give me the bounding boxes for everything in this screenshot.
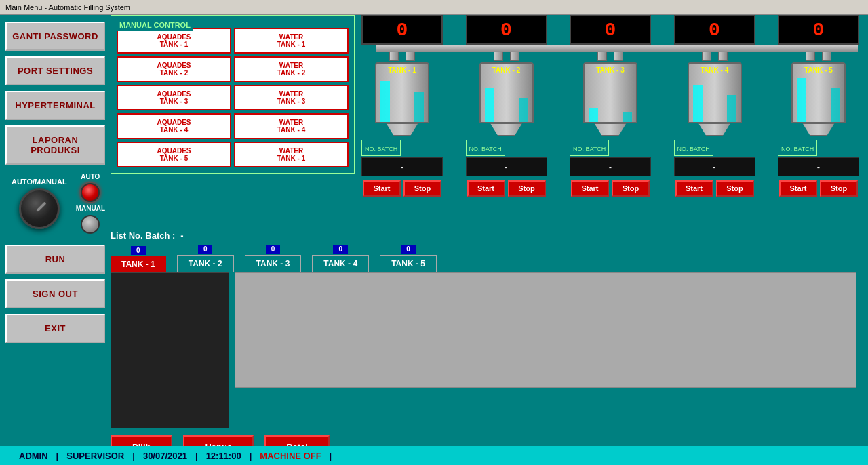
run-button[interactable]: RUN xyxy=(5,245,105,274)
tank5-stop-button[interactable]: Stop xyxy=(820,180,858,197)
manual-label: MANUAL xyxy=(76,205,105,212)
sidebar: GANTI PASSWORD PORT SETTINGS HYPERTERMIN… xyxy=(0,15,111,465)
manual-control-title: MANUAL CONTROL xyxy=(119,21,191,29)
tank3-column: 0 TANK - 3 NO. BATCH xyxy=(564,15,656,197)
manual-indicator xyxy=(81,215,100,234)
auto-mode-box: AUTO MANUAL xyxy=(76,173,105,234)
water-tank4-btn[interactable]: WATERTANK - 4 xyxy=(234,113,349,139)
aquades-tank4-btn[interactable]: AQUADESTANK - 4 xyxy=(117,113,231,139)
water-tank2-btn[interactable]: WATERTANK - 2 xyxy=(234,56,349,82)
tank2-batch-input: - xyxy=(466,157,547,176)
tank5-tab[interactable]: 0 TANK - 5 xyxy=(380,245,437,272)
aquades-tank2-btn[interactable]: AQUADESTANK - 2 xyxy=(117,56,231,82)
tank1-start-button[interactable]: Start xyxy=(363,180,401,197)
tank3-tab-label[interactable]: TANK - 3 xyxy=(245,255,302,272)
tank2-stop-button[interactable]: Stop xyxy=(508,180,546,197)
water-tank1-btn[interactable]: WATERTANK - 1 xyxy=(234,28,349,54)
tank2-display: 0 xyxy=(466,15,547,45)
tank2-tab-label[interactable]: TANK - 2 xyxy=(177,255,234,272)
aquades-tank3-btn[interactable]: AQUADESTANK - 3 xyxy=(117,85,231,110)
tank4-tab-label[interactable]: TANK - 4 xyxy=(312,255,369,272)
aquades-tank5-btn[interactable]: AQUADESTANK - 5 xyxy=(117,142,231,167)
tank4-stop-button[interactable]: Stop xyxy=(716,180,754,197)
tank1-batch-input: - xyxy=(361,157,443,176)
water-tank5-btn[interactable]: WATERTANK - 1 xyxy=(234,142,349,167)
tank2-start-button[interactable]: Start xyxy=(467,180,505,197)
hyperterminal-button[interactable]: HYPERTERMINAL xyxy=(5,91,105,120)
main-area: MANUAL CONTROL AQUADESTANK - 1 WATERTANK… xyxy=(111,15,868,465)
tank4-display: 0 xyxy=(674,15,755,45)
tank4-start-button[interactable]: Start xyxy=(675,180,713,197)
tank3-batch-input: - xyxy=(570,157,651,176)
tank2-fill-left xyxy=(485,88,494,122)
tank2-tab[interactable]: 0 TANK - 2 xyxy=(177,245,234,272)
statusbar-user: ADMIN xyxy=(11,451,56,461)
tank1-tab[interactable]: 0 TANK - 1 xyxy=(111,246,166,272)
tank1-fill-right xyxy=(414,92,424,122)
tank1-stop-button[interactable]: Stop xyxy=(403,180,441,197)
tank2-fill-right xyxy=(519,98,528,122)
tank1-tab-label[interactable]: TANK - 1 xyxy=(111,256,166,272)
tanks-container: 0 TANK - 1 xyxy=(356,15,865,197)
tank4-batch-input: - xyxy=(674,157,755,176)
tank2-body-wrapper: TANK - 2 xyxy=(479,62,534,136)
sign-out-button[interactable]: SIGN OUT xyxy=(5,279,105,308)
bottom-section: List No. Batch : - 0 TANK - 1 0 TANK - 2 xyxy=(111,230,856,459)
top-pipe-horizontal xyxy=(376,45,858,52)
auto-manual-section: AUTO/MANUAL AUTO MANUAL xyxy=(5,173,105,234)
batch-right-panel xyxy=(235,272,856,388)
list-batch-label: List No. Batch : xyxy=(111,230,175,241)
batch-list-area xyxy=(111,272,856,428)
tank2-body: TANK - 2 xyxy=(479,62,534,123)
tank2-buttons: Start Stop xyxy=(467,180,546,197)
tank5-display: 0 xyxy=(778,15,859,45)
tank5-start-button[interactable]: Start xyxy=(779,180,817,197)
aquades-tank1-btn[interactable]: AQUADESTANK - 1 xyxy=(117,28,231,54)
tank1-buttons: Start Stop xyxy=(363,180,441,197)
tank5-tab-badge: 0 xyxy=(401,245,416,254)
tank4-label: TANK - 4 xyxy=(701,66,728,74)
tank2-tab-badge: 0 xyxy=(198,245,213,254)
water-tank3-btn[interactable]: WATERTANK - 3 xyxy=(234,85,349,110)
tank1-body: TANK - 1 xyxy=(375,62,429,123)
tank4-tab[interactable]: 0 TANK - 4 xyxy=(312,245,369,272)
tank5-bottom xyxy=(800,123,837,136)
statusbar: ADMIN | SUPERVISOR | 30/07/2021 | 12:11:… xyxy=(0,446,868,465)
manual-control-panel: MANUAL CONTROL AQUADESTANK - 1 WATERTANK… xyxy=(111,15,355,174)
tank2-nobatch-label: NO. BATCH xyxy=(469,146,502,153)
auto-label: AUTO xyxy=(81,173,100,180)
statusbar-date: 30/07/2021 xyxy=(135,451,195,461)
tank3-start-button[interactable]: Start xyxy=(571,180,609,197)
tank3-tab-badge: 0 xyxy=(266,245,281,254)
exit-button[interactable]: EXIT xyxy=(5,314,105,343)
tank5-buttons: Start Stop xyxy=(779,180,858,197)
tank1-nobatch-label: NO. BATCH xyxy=(365,146,397,153)
ganti-password-button[interactable]: GANTI PASSWORD xyxy=(5,22,105,51)
list-batch-header: List No. Batch : - xyxy=(111,230,856,241)
auto-manual-knob[interactable] xyxy=(19,188,60,229)
tank3-stop-button[interactable]: Stop xyxy=(612,180,650,197)
tank2-nobatch-section: NO. BATCH - xyxy=(466,140,547,179)
tank3-fill-left xyxy=(589,108,598,122)
tank1-display: 0 xyxy=(361,15,443,45)
tank1-fill-left xyxy=(380,81,390,122)
tank2-label: TANK - 2 xyxy=(492,66,520,74)
tank1-nobatch-section: NO. BATCH - xyxy=(361,140,443,179)
tank3-body: TANK - 3 xyxy=(583,62,637,123)
tank1-tab-badge: 0 xyxy=(131,246,146,255)
tank3-nobatch-section: NO. BATCH - xyxy=(570,140,651,179)
laporan-produksi-button[interactable]: LAPORAN PRODUKSI xyxy=(5,125,105,165)
tank5-column: 0 TANK - 5 NO. BATCH xyxy=(772,15,865,197)
tank2-bottom xyxy=(488,123,526,136)
tank4-body-wrapper: TANK - 4 xyxy=(688,62,742,136)
tank5-fill-right xyxy=(831,88,840,122)
tank2-column: 0 TANK - 2 NO. BATCH xyxy=(460,15,553,197)
tank3-buttons: Start Stop xyxy=(571,180,650,197)
tank4-body: TANK - 4 xyxy=(688,62,742,123)
tank5-body: TANK - 5 xyxy=(791,62,846,123)
port-settings-button[interactable]: PORT SETTINGS xyxy=(5,56,105,85)
tank3-tab[interactable]: 0 TANK - 3 xyxy=(245,245,302,272)
tank3-nobatch-label: NO. BATCH xyxy=(573,146,606,153)
tank1-body-wrapper: TANK - 1 xyxy=(375,62,429,136)
tank5-tab-label[interactable]: TANK - 5 xyxy=(380,255,437,272)
